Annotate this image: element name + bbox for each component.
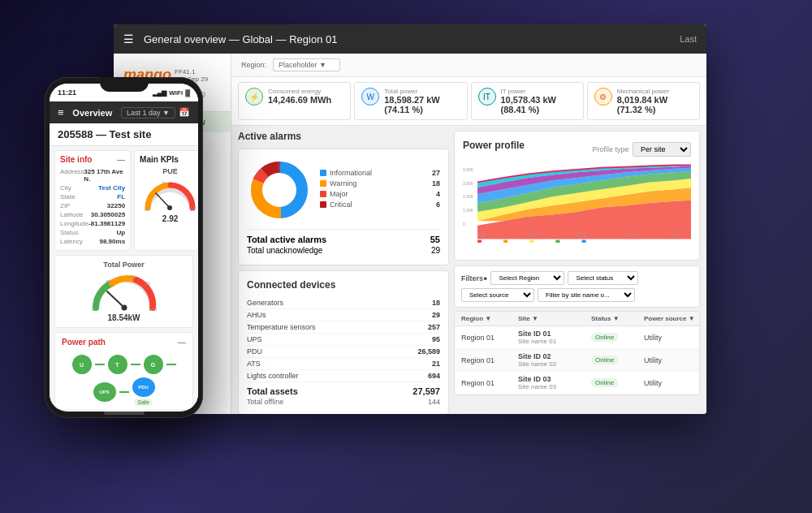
wifi-icon: WiFi [169, 89, 183, 97]
total-power-section: Total Power 0 40 65 80 100 [54, 255, 193, 328]
svg-point-29 [167, 205, 172, 210]
left-panel: Active alarms [238, 131, 449, 400]
phone-period-selector[interactable]: Last 1 day ▼ [121, 107, 175, 119]
svg-point-5 [263, 174, 296, 206]
svg-rect-27 [582, 240, 586, 243]
status-filter[interactable]: Select status [568, 271, 638, 285]
phone-notch [100, 77, 149, 92]
kpi-cards-row: ⚡ Consumed energy 14,246.69 MWh W Total … [231, 77, 706, 126]
total-power-value: 18,598.27 kW (74.11 %) [384, 95, 460, 114]
svg-text:100: 100 [149, 307, 158, 312]
svg-text:1,000: 1,000 [463, 208, 473, 213]
power-profile-title: Power profile [463, 140, 525, 151]
signal-icon: ▂▄▆ [153, 89, 167, 97]
calendar-icon[interactable]: 📅 [179, 107, 190, 118]
site-info-fields: Address325 17th Ave N.CityTest CityState… [60, 167, 125, 246]
site-kpi-row: Site info — Address325 17th Ave N.CityTe… [54, 150, 193, 251]
device-row: ATS21 [247, 358, 440, 370]
source-filter[interactable]: Select source [461, 288, 534, 302]
svg-text:4,000: 4,000 [463, 167, 473, 172]
total-unack-value: 29 [431, 246, 440, 255]
desktop-main: Region: Placeholder ▼ ⚡ Consumed energy … [231, 54, 706, 414]
total-assets-value: 27,597 [412, 386, 440, 396]
table-row[interactable]: Region 01 Site ID 02Site name 02 Online … [455, 349, 699, 372]
device-row: Generators18 [247, 297, 440, 309]
phone-content: Site info — Address325 17th Ave N.CityTe… [50, 146, 198, 409]
total-active-label: Total active alarms [247, 235, 326, 244]
pp-line-3 [166, 364, 176, 365]
svg-text:00:00: 00:00 [477, 233, 486, 237]
site-info-field: Latitude30.3050025 [60, 210, 125, 219]
col-region: Region ▼ [461, 315, 518, 322]
total-power-gauge-label: Total Power [103, 261, 144, 269]
power-path-dash: — [178, 338, 186, 347]
phone-screen: 11:21 ▂▄▆ WiFi ▓ ≡ Overview Last 1 day ▼… [50, 84, 198, 412]
filters-label: Filters● [461, 274, 487, 282]
offline-row: Total offline 144 [247, 398, 440, 406]
kpi-consumed-energy: ⚡ Consumed energy 14,246.69 MWh [238, 82, 351, 120]
svg-text:40: 40 [106, 279, 111, 284]
svg-rect-23 [477, 240, 482, 243]
hamburger-menu[interactable]: ☰ [123, 32, 134, 45]
legend-critical: Critical 6 [320, 200, 440, 209]
pue-value: 2.92 [162, 214, 178, 223]
phone-site-title: 205588 — Test site [50, 123, 198, 146]
site-info-field: Latency98.90ms [60, 237, 125, 246]
region-label: Region: [241, 61, 266, 69]
site-info-field: Longitude-81.3981129 [60, 219, 125, 228]
table-row[interactable]: Region 01 Site ID 03Site name 03 Online … [455, 372, 699, 394]
pp-line-4 [119, 391, 129, 393]
power-profile-box: Power profile Profile type Per site 4,00… [454, 131, 700, 261]
profile-type-label: Profile type [593, 145, 629, 153]
total-power-gauge-svg: 0 40 65 80 100 [88, 269, 161, 313]
name-filter[interactable]: Filter by site name o... [538, 288, 635, 302]
site-info-field: ZIP32250 [60, 201, 125, 210]
svg-text:12:00: 12:00 [626, 233, 635, 237]
alarm-totals: Total active alarms 55 Total unacknowled… [247, 229, 440, 255]
legend-major: Major 4 [320, 190, 440, 198]
svg-text:08:00: 08:00 [577, 233, 586, 237]
battery-icon: ▓ [185, 89, 190, 97]
pue-label: PUE [162, 167, 178, 175]
mobile-phone: 11:21 ▂▄▆ WiFi ▓ ≡ Overview Last 1 day ▼… [45, 77, 203, 418]
site-info-field: StateFL [60, 192, 125, 201]
total-power-value: 18.54kW [107, 313, 140, 322]
total-assets-row: Total assets 27,597 [247, 382, 440, 398]
site-info-field: Address325 17th Ave N. [60, 167, 125, 183]
total-active-value: 55 [430, 235, 440, 244]
table-row[interactable]: Region 01 Site ID 01Site name 01 Online … [455, 326, 699, 349]
it-power-label: IT power [501, 88, 577, 95]
main-kpi-section: Main KPIs PUE 0 [134, 150, 198, 251]
consumed-energy-icon: ⚡ [245, 88, 263, 106]
site-info-dash: — [117, 155, 125, 164]
power-path-diagram: U T G UPS PDU [62, 350, 186, 409]
sites-rows: Region 01 Site ID 01Site name 01 Online … [455, 326, 699, 394]
phone-time: 11:21 [58, 88, 76, 97]
total-assets-label: Total assets [247, 386, 298, 396]
breadcrumb: General overview — Global — Region 01 [144, 33, 680, 45]
region-dropdown[interactable]: Placeholder ▼ [273, 58, 340, 71]
phone-status-icons: ▂▄▆ WiFi ▓ [153, 89, 190, 97]
pp-node-g: G [144, 355, 163, 374]
phone-menu-icon[interactable]: ≡ [58, 106, 64, 119]
col-site: Site ▼ [518, 315, 591, 322]
major-dot [320, 191, 326, 197]
site-info-header: Site info — [60, 155, 125, 164]
region-filter[interactable]: Select Region [490, 271, 564, 285]
active-alarms-title: Active alarms [238, 131, 449, 142]
svg-rect-24 [503, 240, 508, 243]
phone-header-title: Overview [72, 108, 112, 118]
profile-type-dropdown[interactable]: Per site [633, 142, 691, 157]
device-row: Temperature sensors257 [247, 321, 440, 334]
it-power-icon: IT [478, 88, 496, 106]
pp-line-1 [95, 364, 105, 365]
col-power-source: Power source ▼ [644, 315, 700, 322]
connected-devices-title: Connected devices [247, 279, 440, 291]
device-row: AHUs29 [247, 309, 440, 321]
sites-table: Region ▼ Site ▼ Status ▼ Power source ▼ … [454, 311, 700, 395]
critical-dot [320, 201, 326, 208]
kpi-total-power: W Total power 18,598.27 kW (74.11 %) [354, 82, 467, 120]
connected-devices-section: Connected devices Generators18AHUs29Temp… [238, 270, 449, 414]
pp-generator-node: G [144, 355, 163, 374]
power-profile-header: Power profile Profile type Per site [463, 140, 691, 157]
